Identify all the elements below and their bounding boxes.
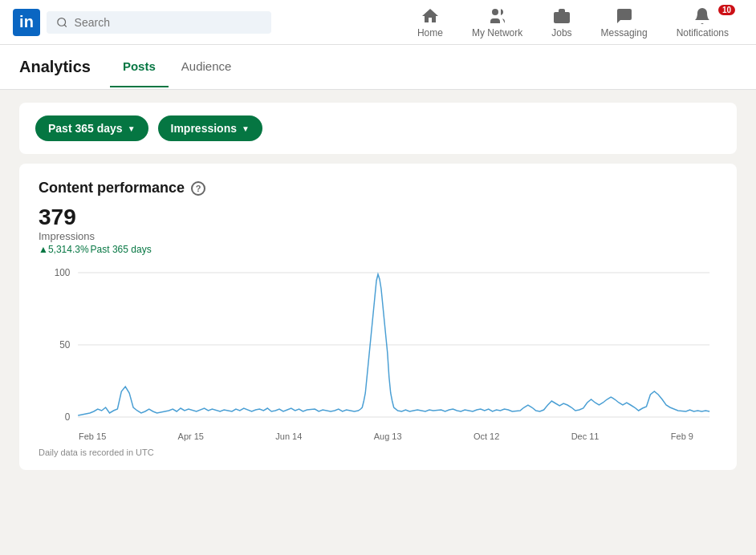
chevron-down-icon: ▼ — [128, 124, 136, 133]
nav-notifications[interactable]: 10 Notifications — [662, 0, 743, 45]
chart-title-area: Content performance ? — [39, 180, 717, 196]
nav-jobs[interactable]: Jobs — [537, 0, 586, 45]
metric-change: ▲5,314.3% Past 365 days — [39, 244, 717, 255]
messaging-icon — [615, 6, 634, 26]
svg-text:100: 100 — [55, 267, 71, 278]
top-navigation: in Home My Network Jobs — [0, 0, 756, 45]
search-icon — [56, 16, 68, 29]
help-icon[interactable]: ? — [191, 181, 205, 196]
nav-home[interactable]: Home — [403, 0, 457, 45]
svg-point-2 — [492, 9, 498, 15]
performance-chart: 100 50 0 — [39, 265, 717, 425]
network-icon — [488, 6, 507, 26]
chart-x-axis: Feb 15 Apr 15 Jun 14 Aug 13 Oct 12 Dec 1… — [39, 428, 717, 441]
filter-bar: Past 365 days ▼ Impressions ▼ — [19, 103, 737, 154]
svg-point-0 — [58, 18, 66, 26]
tab-posts[interactable]: Posts — [110, 47, 169, 87]
chart-area: 100 50 0 Feb 15 Apr 15 Jun 14 Aug 13 Oct… — [39, 265, 717, 441]
svg-text:0: 0 — [65, 411, 71, 423]
main-nav: Home My Network Jobs Messaging — [403, 0, 743, 45]
date-range-filter[interactable]: Past 365 days ▼ — [35, 115, 148, 141]
notifications-badge: 10 — [718, 5, 735, 15]
svg-rect-3 — [554, 12, 570, 23]
analytics-sub-header: Analytics Posts Audience — [0, 45, 756, 90]
home-icon — [421, 6, 440, 26]
metric-label: Impressions — [39, 230, 717, 242]
metric-value: 379 — [39, 206, 717, 229]
chart-footer: Daily data is recorded in UTC — [39, 448, 717, 457]
tab-audience[interactable]: Audience — [169, 47, 245, 87]
analytics-title: Analytics — [19, 45, 104, 89]
main-content: Past 365 days ▼ Impressions ▼ Content pe… — [0, 90, 756, 483]
chevron-down-icon: ▼ — [242, 124, 250, 133]
svg-line-1 — [64, 24, 67, 26]
search-input[interactable] — [75, 16, 262, 29]
svg-text:50: 50 — [59, 339, 71, 350]
jobs-icon — [552, 6, 571, 26]
content-performance-card: Content performance ? 379 Impressions ▲5… — [19, 164, 737, 470]
nav-network[interactable]: My Network — [457, 0, 537, 45]
linkedin-logo[interactable]: in — [13, 9, 40, 36]
nav-messaging[interactable]: Messaging — [587, 0, 662, 45]
search-bar[interactable] — [47, 11, 271, 34]
metric-filter[interactable]: Impressions ▼ — [158, 115, 262, 141]
bell-icon — [693, 6, 712, 26]
